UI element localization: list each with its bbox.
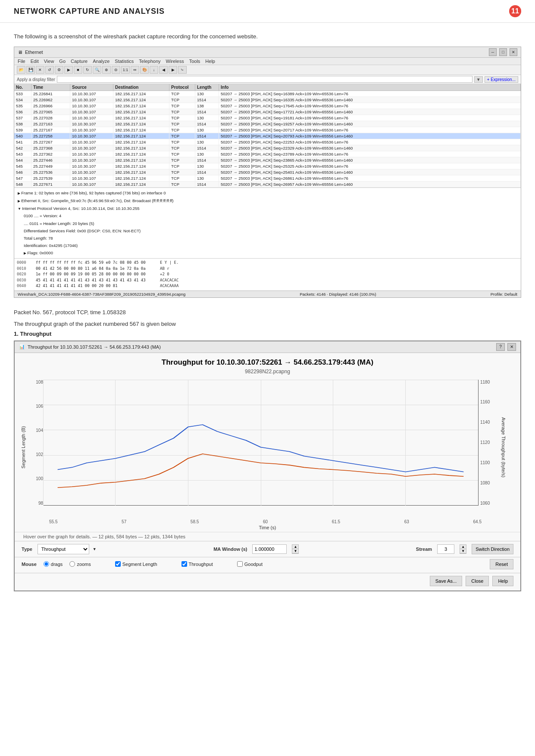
menu-file[interactable]: File bbox=[18, 59, 25, 64]
stream-spin-down[interactable]: ▼ bbox=[460, 549, 466, 553]
ma-window-input[interactable] bbox=[252, 544, 287, 554]
goodput-checkbox[interactable] bbox=[237, 561, 243, 567]
table-row[interactable]: 54325.22736210.10.30.107182.156.217.124T… bbox=[14, 151, 521, 157]
help-button[interactable]: Help bbox=[492, 576, 513, 586]
tb-auto-scroll[interactable]: ↓ bbox=[150, 66, 158, 74]
col-length: Length bbox=[195, 84, 219, 91]
menu-go[interactable]: Go bbox=[59, 59, 66, 64]
type-select[interactable]: Throughput bbox=[38, 544, 89, 554]
filter-arrow[interactable]: ▼ bbox=[474, 76, 483, 83]
detail-total-len: Total Length: 78 bbox=[17, 234, 518, 242]
segment-length-check[interactable]: Segment Length bbox=[115, 561, 157, 567]
stream-spin-up[interactable]: ▲ bbox=[460, 545, 466, 549]
expression-button[interactable]: + Expression... bbox=[485, 76, 518, 83]
tb-jump[interactable]: ⤷ bbox=[178, 66, 187, 74]
table-row[interactable]: 53625.22706510.10.30.107182.156.217.124T… bbox=[14, 109, 521, 115]
tb-forward[interactable]: ▶ bbox=[169, 66, 177, 74]
menu-tools[interactable]: Tools bbox=[189, 59, 200, 64]
tb-start[interactable]: ▶ bbox=[64, 66, 73, 74]
ws-toolbar: 📂 💾 ✕ ↺ ⚙ ▶ ■ ↻ 🔍 ⊕ ⊖ 1:1 ⇔ 🎨 ↓ ◀ ▶ ⤷ bbox=[14, 65, 521, 75]
x-tick: 60 bbox=[263, 519, 268, 524]
tb-open[interactable]: 📂 bbox=[17, 66, 25, 74]
ma-spin-down[interactable]: ▼ bbox=[292, 549, 298, 553]
table-row[interactable]: 53425.22696210.10.30.107182.156.217.124T… bbox=[14, 97, 521, 103]
stream-input[interactable] bbox=[437, 544, 454, 554]
throughput-checkbox[interactable] bbox=[181, 561, 187, 567]
table-row-selected[interactable]: 54025.22725810.10.30.107182.156.217.124T… bbox=[14, 133, 521, 139]
filter-input[interactable] bbox=[57, 76, 472, 83]
zooms-label: zooms bbox=[77, 562, 91, 567]
table-row[interactable]: 54225.22736810.10.30.107182.156.217.124T… bbox=[14, 145, 521, 151]
close-window-button[interactable]: Close bbox=[466, 576, 489, 586]
segment-length-checkbox[interactable] bbox=[115, 561, 121, 567]
tb-zoom-out[interactable]: ⊖ bbox=[112, 66, 120, 74]
save-as-button[interactable]: Save As... bbox=[430, 576, 463, 586]
detail-ip[interactable]: Internet Protocol Version 4, Src: 10.10.… bbox=[17, 205, 518, 212]
right-y-tick: 1140 bbox=[480, 420, 490, 425]
col-time: Time bbox=[31, 84, 70, 91]
table-row[interactable]: 54725.22753910.10.30.107182.156.217.124T… bbox=[14, 175, 521, 181]
menu-help[interactable]: Help bbox=[205, 59, 215, 64]
menu-view[interactable]: View bbox=[44, 59, 54, 64]
tp-close-button[interactable]: ✕ bbox=[507, 343, 516, 351]
minimize-button[interactable]: ─ bbox=[489, 48, 497, 56]
table-row[interactable]: 54425.22744610.10.30.107182.156.217.124T… bbox=[14, 157, 521, 163]
tb-stop[interactable]: ■ bbox=[74, 66, 82, 74]
ma-spin: ▲ ▼ bbox=[292, 544, 299, 554]
tp-right-y-axis: 1180 1160 1140 1120 1100 1080 1060 bbox=[478, 380, 500, 506]
table-row[interactable]: 54825.22767110.10.30.107182.156.217.124T… bbox=[14, 181, 521, 187]
goodput-check[interactable]: Goodput bbox=[237, 561, 263, 567]
tb-save[interactable]: 💾 bbox=[26, 66, 35, 74]
reset-button[interactable]: Reset bbox=[490, 559, 513, 569]
close-button[interactable]: ✕ bbox=[510, 48, 517, 56]
ws-titlebar-left: 🖥 Ethernet bbox=[18, 50, 43, 55]
tb-filter[interactable]: 🔍 bbox=[93, 66, 101, 74]
detail-ethernet[interactable]: Ethernet II, Src: Gompelin_59:e0:7c (fc:… bbox=[17, 197, 518, 205]
drags-radio-input[interactable] bbox=[44, 561, 49, 567]
mouse-zooms-radio[interactable]: zooms bbox=[69, 561, 91, 567]
page-header: NETWORK CAPTURE AND ANALYSIS 11 bbox=[0, 0, 535, 23]
throughput-check[interactable]: Throughput bbox=[181, 561, 213, 567]
menu-wireless[interactable]: Wireless bbox=[166, 59, 184, 64]
table-row[interactable]: 53525.22696610.10.30.107182.156.217.124T… bbox=[14, 103, 521, 109]
ma-spin-up[interactable]: ▲ bbox=[292, 545, 298, 549]
tb-options[interactable]: ⚙ bbox=[55, 66, 63, 74]
detail-flags[interactable]: Flags: 0x0000 bbox=[17, 249, 518, 257]
mouse-drags-radio[interactable]: drags bbox=[44, 561, 63, 567]
menu-telephony[interactable]: Telephony bbox=[139, 59, 160, 64]
menu-statistics[interactable]: Statistics bbox=[115, 59, 134, 64]
detail-frame[interactable]: Frame 1: 02 bytes on wire (736 bits), 92… bbox=[17, 189, 518, 197]
menu-analyze[interactable]: Analyze bbox=[93, 59, 110, 64]
ws-titlebar: 🖥 Ethernet ─ □ ✕ bbox=[14, 47, 521, 58]
tp-graph-inner[interactable] bbox=[43, 380, 478, 506]
right-y-tick: 1080 bbox=[480, 481, 490, 485]
tb-colorize[interactable]: 🎨 bbox=[140, 66, 149, 74]
switch-direction-button[interactable]: Switch Direction bbox=[472, 544, 513, 554]
tb-normal[interactable]: 1:1 bbox=[121, 66, 130, 74]
tb-reload[interactable]: ↺ bbox=[45, 66, 54, 74]
table-row[interactable]: 53725.22702810.10.30.107182.156.217.124T… bbox=[14, 115, 521, 121]
menu-edit[interactable]: Edit bbox=[31, 59, 39, 64]
packet-info-text: Packet No. 567, protocol TCP, time 1.058… bbox=[14, 309, 126, 316]
table-row[interactable]: 53925.22716710.10.30.107182.156.217.124T… bbox=[14, 127, 521, 133]
table-row[interactable]: 54125.22726710.10.30.107182.156.217.124T… bbox=[14, 139, 521, 145]
y-tick: 106 bbox=[29, 404, 43, 409]
maximize-button[interactable]: □ bbox=[499, 48, 507, 56]
menu-capture[interactable]: Capture bbox=[71, 59, 88, 64]
tb-restart[interactable]: ↻ bbox=[83, 66, 92, 74]
table-row[interactable]: 54625.22753610.10.30.107182.156.217.124T… bbox=[14, 169, 521, 175]
table-row[interactable]: 54525.22744910.10.30.107182.156.217.124T… bbox=[14, 163, 521, 169]
tb-zoom-in[interactable]: ⊕ bbox=[102, 66, 111, 74]
tb-back[interactable]: ◀ bbox=[159, 66, 168, 74]
tb-close[interactable]: ✕ bbox=[36, 66, 44, 74]
tp-help-button[interactable]: ? bbox=[496, 343, 505, 351]
table-row[interactable]: 53825.22716310.10.30.107182.156.217.124T… bbox=[14, 121, 521, 127]
ma-window-label: MA Window (s) bbox=[213, 547, 247, 552]
table-row[interactable]: 53325.22684110.10.30.107182.156.217.124T… bbox=[14, 91, 521, 97]
x-tick: 63 bbox=[404, 519, 409, 524]
ws-detail-panel: Frame 1: 02 bytes on wire (736 bits), 92… bbox=[14, 188, 521, 259]
tp-graph-title: Throughput for 10.10.30.107:52261 → 54.6… bbox=[15, 353, 520, 376]
tp-titlebar-left: 📊 Throughput for 10.10.30.107:52261 → 54… bbox=[19, 344, 161, 350]
zooms-radio-input[interactable] bbox=[69, 561, 75, 567]
tb-resize[interactable]: ⇔ bbox=[131, 66, 139, 74]
